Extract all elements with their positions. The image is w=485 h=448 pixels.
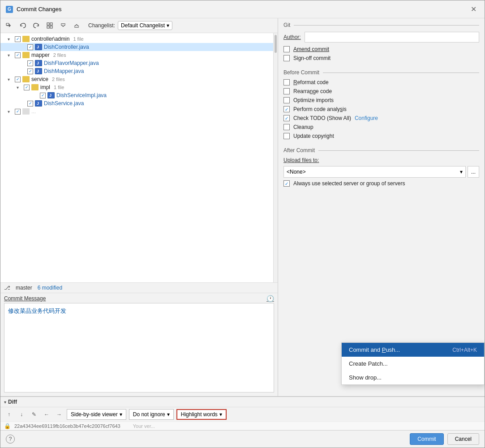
- tree-item-dishmapper[interactable]: DishMapper.java: [0, 67, 273, 75]
- tree-item-service[interactable]: ▾ service 2 files: [0, 75, 273, 83]
- analysis-row: Perform code analysis: [283, 106, 479, 112]
- diff-header: ▾ Diff: [0, 397, 485, 407]
- ignore-dropdown[interactable]: Do not ignore ▾: [129, 409, 174, 420]
- checkbox-dishflavormapper[interactable]: [27, 60, 33, 66]
- cleanup-checkbox[interactable]: [283, 124, 290, 130]
- ignore-label: Do not ignore: [133, 411, 165, 418]
- copyright-label: Update copyright: [293, 133, 334, 139]
- tree-item-impl[interactable]: ▾ impl 1 file: [0, 83, 273, 91]
- tree-item-dishflavormapper[interactable]: DishFlavorMapper.java: [0, 59, 273, 67]
- create-patch-menu-item[interactable]: Create Patch...: [342, 357, 484, 371]
- upload-label: Upload files to:: [283, 157, 479, 163]
- diff-forward-button[interactable]: →: [54, 410, 64, 419]
- amend-commit-row: Amend commit: [283, 46, 479, 52]
- commit-push-label: Commit and Push...: [349, 346, 400, 353]
- window-title: Commit Changes: [17, 6, 61, 13]
- optimize-checkbox[interactable]: [283, 97, 290, 103]
- move-changelist-button[interactable]: [4, 20, 15, 31]
- tree-item-dishserviceimpl[interactable]: DishServiceImpl.java: [0, 91, 273, 99]
- dropdown-arrow-icon: ▾: [460, 169, 463, 175]
- help-button[interactable]: ?: [6, 435, 15, 444]
- folder-icon-impl: [31, 84, 39, 90]
- copyright-checkbox[interactable]: [283, 133, 290, 139]
- upload-dropdown[interactable]: <None> ▾: [283, 166, 466, 178]
- bottom-bar: ? Commit Cancel: [0, 430, 485, 448]
- title-bar: G Commit Changes ✕: [0, 0, 485, 18]
- changelist-dropdown[interactable]: Default Changelist ▾: [118, 21, 172, 30]
- group-button[interactable]: [44, 20, 55, 31]
- redo-button[interactable]: [31, 20, 42, 31]
- after-commit-title: After Commit: [283, 147, 479, 154]
- checkbox-impl[interactable]: [24, 85, 30, 90]
- clock-icon[interactable]: 🕐: [266, 295, 274, 302]
- commit-hash: 22a43434ee69119fb16ceb3b47e4c20076cf7643: [14, 423, 120, 429]
- configure-link[interactable]: Configure: [355, 115, 378, 121]
- always-use-checkbox[interactable]: [283, 180, 290, 187]
- show-drop-menu-item[interactable]: Show drop...: [342, 371, 484, 384]
- tree-item-stub[interactable]: ▾ ...: [0, 107, 273, 115]
- viewer-dropdown[interactable]: Side-by-side viewer ▾: [67, 409, 126, 420]
- checkbox-stub[interactable]: [15, 109, 21, 115]
- commit-message-section: Commit Message 🕐 修改菜品业务代码开发: [0, 293, 278, 396]
- tree-item-mapper[interactable]: ▾ mapper 2 files: [0, 51, 273, 59]
- diff-section: ▾ Diff ↑ ↓ ✎ ← → Side-by-side viewer ▾ D…: [0, 396, 485, 430]
- checkbox-dishserviceimpl[interactable]: [40, 93, 46, 98]
- ignore-arrow-icon: ▾: [167, 411, 170, 418]
- checkbox-dishmapper[interactable]: [27, 68, 33, 74]
- diff-collapse-arrow[interactable]: ▾: [4, 400, 6, 405]
- commit-push-shortcut: Ctrl+Alt+K: [452, 347, 477, 353]
- close-button[interactable]: ✕: [468, 4, 479, 14]
- analysis-label: Perform code analysis: [293, 106, 347, 112]
- scrollbar[interactable]: [273, 33, 278, 282]
- commit-push-menu-item[interactable]: Commit and Push... Ctrl+Alt+K: [342, 343, 484, 357]
- left-panel: Changelist: Default Changelist ▾ ▾ contr…: [0, 18, 278, 396]
- viewer-label: Side-by-side viewer: [71, 411, 118, 418]
- tree-item-dishcontroller[interactable]: DishController.java: [0, 43, 273, 51]
- undo-button[interactable]: [17, 20, 28, 31]
- signoff-label: Sign-off commit: [293, 55, 330, 61]
- cleanup-label: Cleanup: [293, 124, 313, 130]
- tree-label: controller\admin: [31, 36, 69, 42]
- cancel-button[interactable]: Cancel: [447, 433, 479, 445]
- checkbox-mapper[interactable]: [15, 52, 21, 58]
- before-commit-title: Before Commit: [283, 69, 479, 76]
- svg-rect-3: [47, 26, 49, 28]
- diff-back-button[interactable]: ←: [42, 410, 52, 419]
- upload-value: <None>: [287, 169, 306, 175]
- diff-edit-button[interactable]: ✎: [29, 410, 39, 419]
- commit-message-input[interactable]: 修改菜品业务代码开发: [4, 303, 274, 393]
- rearrange-checkbox[interactable]: [283, 88, 290, 94]
- signoff-checkbox[interactable]: [283, 55, 290, 61]
- amend-commit-label: Amend commit: [293, 46, 329, 52]
- diff-title: Diff: [8, 399, 17, 405]
- highlight-dropdown[interactable]: Highlight words ▾: [176, 409, 227, 420]
- diff-up-button[interactable]: ↑: [4, 410, 14, 419]
- author-input[interactable]: [305, 32, 479, 43]
- checkbox-service[interactable]: [15, 77, 21, 82]
- java-file-icon-2: [35, 60, 42, 66]
- analysis-checkbox[interactable]: [283, 106, 290, 112]
- checkbox-dishcontroller[interactable]: [27, 44, 33, 50]
- diff-toolbar: ↑ ↓ ✎ ← → Side-by-side viewer ▾ Do not i…: [0, 407, 485, 422]
- checkbox-dishservice[interactable]: [27, 101, 33, 107]
- java-file-icon-5: [35, 100, 42, 107]
- todo-checkbox[interactable]: [283, 115, 290, 121]
- upload-more-button[interactable]: ...: [468, 166, 479, 178]
- branch-icon: ⎇: [4, 285, 10, 291]
- git-section-title: Git: [283, 22, 479, 28]
- commit-button[interactable]: Commit: [410, 433, 443, 445]
- tree-item-controller-admin[interactable]: ▾ controller\admin 1 file: [0, 35, 273, 43]
- expand-all-button[interactable]: [58, 20, 69, 31]
- checkbox-controller-admin[interactable]: [15, 36, 21, 42]
- tree-item-dishservice[interactable]: DishService.java: [0, 99, 273, 107]
- amend-commit-checkbox[interactable]: [283, 46, 290, 52]
- java-file-icon-4: [47, 92, 55, 98]
- highlight-arrow-icon: ▾: [219, 411, 222, 418]
- todo-label: Check TODO (Show All): [293, 115, 351, 121]
- collapse-all-button[interactable]: [71, 20, 82, 31]
- reformat-checkbox[interactable]: [283, 79, 290, 85]
- todo-row: Check TODO (Show All) Configure: [283, 115, 479, 121]
- optimize-row: Optimize imports: [283, 97, 479, 103]
- svg-rect-4: [50, 26, 52, 28]
- diff-down-button[interactable]: ↓: [17, 410, 26, 419]
